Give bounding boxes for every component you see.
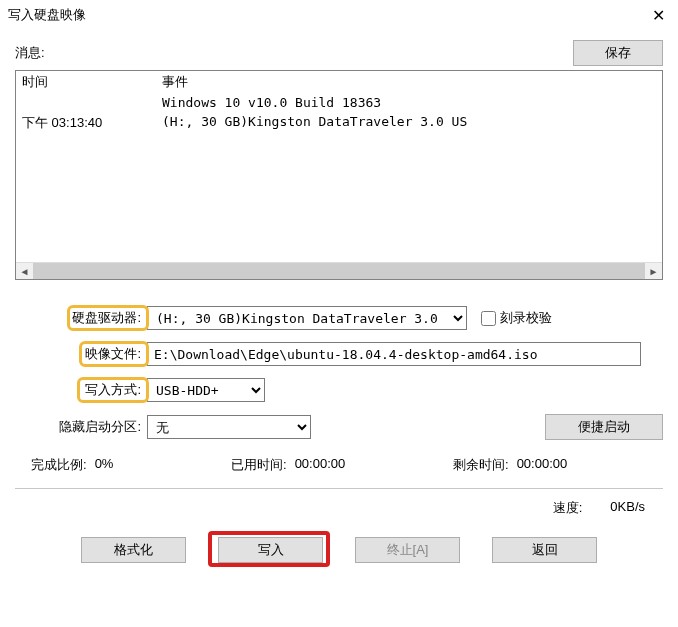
log-event: (H:, 30 GB)Kingston DataTraveler 3.0 US (162, 114, 656, 132)
drive-select[interactable]: (H:, 30 GB)Kingston DataTraveler 3.0 US (147, 306, 467, 330)
progress-label: 完成比例: (31, 456, 87, 474)
image-row: 映像文件: (15, 342, 663, 366)
log-box: 时间 事件 Windows 10 v10.0 Build 18363 下午 03… (15, 70, 663, 280)
remain-label: 剩余时间: (453, 456, 509, 474)
abort-button: 终止[A] (355, 537, 460, 563)
write-button[interactable]: 写入 (218, 537, 323, 563)
log-hscrollbar[interactable]: ◄ ► (16, 262, 662, 279)
remain-value: 00:00:00 (517, 456, 568, 474)
speed-label: 速度: (553, 499, 583, 517)
log-line: Windows 10 v10.0 Build 18363 (16, 93, 662, 112)
content-area: 消息: 保存 时间 事件 Windows 10 v10.0 Build 1836… (0, 30, 678, 563)
form-area: 硬盘驱动器: (H:, 30 GB)Kingston DataTraveler … (15, 306, 663, 440)
window-title: 写入硬盘映像 (8, 6, 86, 24)
save-button[interactable]: 保存 (573, 40, 663, 66)
elapsed-label: 已用时间: (231, 456, 287, 474)
log-body: Windows 10 v10.0 Build 18363 下午 03:13:40… (16, 93, 662, 262)
boot-button[interactable]: 便捷启动 (545, 414, 663, 440)
log-time: 下午 03:13:40 (22, 114, 162, 132)
mode-label: 写入方式: (15, 381, 147, 399)
log-header: 时间 事件 (16, 71, 662, 93)
verify-checkbox[interactable]: 刻录校验 (481, 309, 552, 327)
status-row: 完成比例: 0% 已用时间: 00:00:00 剩余时间: 00:00:00 (15, 452, 663, 474)
log-event: Windows 10 v10.0 Build 18363 (162, 95, 656, 110)
drive-row: 硬盘驱动器: (H:, 30 GB)Kingston DataTraveler … (15, 306, 663, 330)
divider (15, 488, 663, 489)
message-row: 消息: 保存 (15, 40, 663, 66)
progress-value: 0% (95, 456, 114, 474)
speed-value: 0KB/s (610, 499, 645, 517)
scroll-track[interactable] (33, 263, 645, 279)
speed-row: 速度: 0KB/s (15, 495, 663, 517)
image-path-input[interactable] (147, 342, 641, 366)
hide-row: 隐藏启动分区: 无 便捷启动 (15, 414, 663, 440)
scroll-left-icon[interactable]: ◄ (16, 263, 33, 279)
elapsed-value: 00:00:00 (295, 456, 346, 474)
log-col-event: 事件 (162, 73, 656, 91)
close-button[interactable]: ✕ (638, 0, 678, 30)
image-label: 映像文件: (15, 345, 147, 363)
verify-label: 刻录校验 (500, 309, 552, 327)
message-label: 消息: (15, 44, 45, 62)
title-bar: 写入硬盘映像 ✕ (0, 0, 678, 30)
drive-label: 硬盘驱动器: (15, 309, 147, 327)
format-button[interactable]: 格式化 (81, 537, 186, 563)
verify-checkbox-input[interactable] (481, 311, 496, 326)
log-col-time: 时间 (22, 73, 162, 91)
button-row: 格式化 写入 终止[A] 返回 (15, 537, 663, 563)
log-time (22, 95, 162, 110)
scroll-thumb[interactable] (33, 263, 645, 279)
mode-select[interactable]: USB-HDD+ (147, 378, 265, 402)
scroll-right-icon[interactable]: ► (645, 263, 662, 279)
mode-row: 写入方式: USB-HDD+ (15, 378, 663, 402)
back-button[interactable]: 返回 (492, 537, 597, 563)
log-line: 下午 03:13:40 (H:, 30 GB)Kingston DataTrav… (16, 112, 662, 134)
hide-label: 隐藏启动分区: (15, 418, 147, 436)
hide-select[interactable]: 无 (147, 415, 311, 439)
